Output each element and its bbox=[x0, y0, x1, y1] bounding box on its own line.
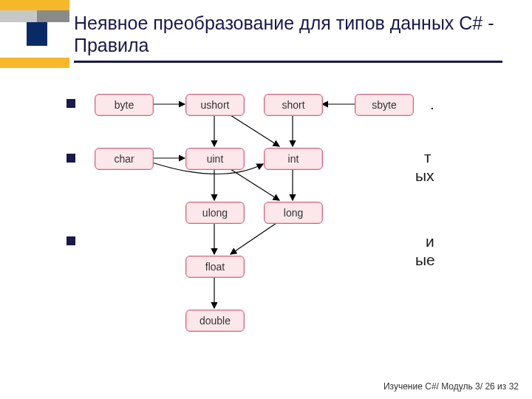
deco-square-navy bbox=[27, 22, 47, 46]
node-byte: byte bbox=[95, 94, 154, 116]
node-float: float bbox=[185, 256, 245, 278]
svg-line-10 bbox=[231, 223, 276, 254]
bg-text-frag-1: . bbox=[430, 95, 434, 114]
bg-text-frag-3a: и bbox=[426, 232, 434, 251]
deco-bar-gold bbox=[0, 58, 69, 68]
deco-bar-grey-dark bbox=[37, 10, 69, 22]
node-sbyte: sbyte bbox=[355, 94, 414, 116]
node-char: char bbox=[95, 148, 154, 170]
deco-bar-orange bbox=[0, 0, 69, 10]
slide-stage: Неявное преобразование для типов данных … bbox=[0, 0, 532, 399]
node-double: double bbox=[185, 310, 245, 332]
svg-line-3 bbox=[231, 115, 279, 146]
node-ushort: ushort bbox=[185, 94, 245, 116]
svg-line-7 bbox=[231, 169, 279, 200]
bullet-square-3 bbox=[66, 236, 75, 245]
deco-bar-grey-light bbox=[0, 10, 37, 22]
node-long: long bbox=[264, 202, 323, 224]
node-uint: uint bbox=[185, 148, 245, 170]
node-short: short bbox=[264, 94, 323, 116]
bg-text-frag-3b: ые bbox=[415, 250, 435, 270]
bg-text-frag-2a: т bbox=[424, 148, 432, 167]
bg-text-frag-2b: ых bbox=[415, 166, 434, 185]
node-int: int bbox=[264, 148, 323, 170]
slide-footer: Изучение C#/ Модуль 3/ 26 из 32 bbox=[383, 381, 519, 392]
slide-title: Неявное преобразование для типов данных … bbox=[74, 12, 502, 63]
bullet-square-2 bbox=[66, 154, 75, 163]
bullet-square-1 bbox=[66, 99, 75, 108]
node-ulong: ulong bbox=[185, 202, 245, 224]
